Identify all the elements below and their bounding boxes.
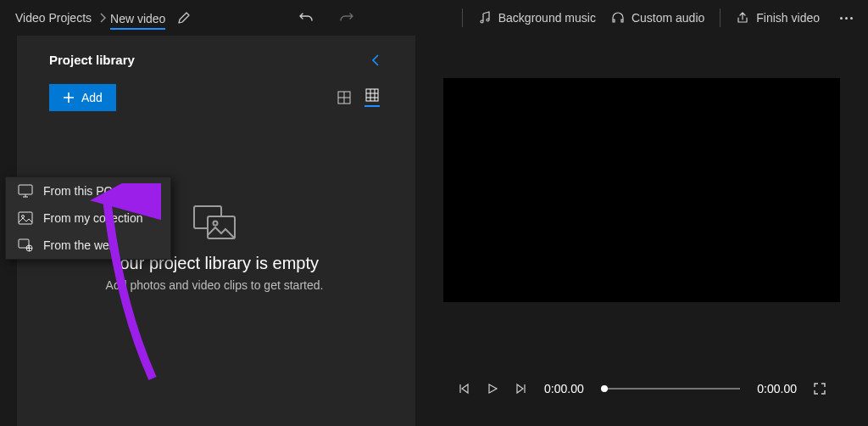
topbar: Video Projects New video Background musi… xyxy=(0,0,868,36)
custom-audio-button[interactable]: Custom audio xyxy=(611,11,704,25)
finish-video-label: Finish video xyxy=(756,11,820,25)
add-from-web-label: From the web xyxy=(43,238,116,252)
svg-rect-1 xyxy=(366,89,378,101)
project-title[interactable]: New video xyxy=(110,7,165,30)
finish-video-button[interactable]: Finish video xyxy=(736,11,820,25)
preview-canvas xyxy=(443,78,840,302)
elapsed-time: 0:00.00 xyxy=(544,382,584,395)
topbar-center xyxy=(191,10,461,25)
fullscreen-icon[interactable] xyxy=(814,383,826,395)
custom-audio-label: Custom audio xyxy=(632,11,704,25)
svg-rect-2 xyxy=(19,185,32,194)
svg-point-4 xyxy=(22,216,25,218)
grid-3x3-icon xyxy=(365,88,379,102)
project-title-label: New video xyxy=(110,12,165,25)
add-from-web[interactable]: From the web xyxy=(6,232,170,259)
add-menu: From this PC From my collection From the… xyxy=(5,177,171,260)
seek-bar[interactable] xyxy=(601,388,741,390)
play-icon[interactable] xyxy=(487,383,498,395)
headphones-icon xyxy=(611,11,625,25)
view-underline xyxy=(364,105,380,107)
add-from-collection-label: From my collection xyxy=(43,211,142,225)
next-frame-icon[interactable] xyxy=(515,383,527,395)
library-toolbar: Add xyxy=(34,84,395,111)
prev-frame-icon[interactable] xyxy=(458,383,470,395)
music-icon xyxy=(478,11,492,25)
svg-rect-3 xyxy=(19,212,32,224)
undo-icon[interactable] xyxy=(298,10,314,25)
background-music-button[interactable]: Background music xyxy=(478,11,596,25)
image-icon xyxy=(18,211,33,225)
chevron-right-icon xyxy=(100,13,107,23)
total-time: 0:00.00 xyxy=(757,382,797,395)
add-from-pc-label: From this PC xyxy=(43,184,113,198)
collapse-chevron-icon[interactable] xyxy=(371,53,380,67)
main: Project library Add xyxy=(0,36,868,426)
pc-icon xyxy=(18,184,33,198)
player-bar: 0:00.00 0:00.00 xyxy=(441,382,843,409)
divider xyxy=(462,8,463,27)
add-from-pc[interactable]: From this PC xyxy=(6,177,170,205)
background-music-label: Background music xyxy=(498,11,596,25)
grid-2x2-icon xyxy=(337,91,351,104)
web-icon xyxy=(18,238,33,252)
add-button-label: Add xyxy=(81,91,103,104)
project-library-panel: Project library Add xyxy=(17,36,415,426)
library-title: Project library xyxy=(49,53,135,67)
view-toggle xyxy=(337,88,380,107)
seek-thumb[interactable] xyxy=(601,385,608,392)
empty-subtitle: Add photos and video clips to get starte… xyxy=(34,278,395,292)
divider xyxy=(720,8,721,27)
plus-icon xyxy=(63,92,75,104)
redo-icon xyxy=(339,10,354,25)
grid-small-view[interactable] xyxy=(364,88,380,107)
export-icon xyxy=(736,11,749,25)
library-header: Project library xyxy=(34,53,395,67)
more-menu-icon[interactable] xyxy=(835,17,858,20)
add-from-collection[interactable]: From my collection xyxy=(6,205,170,232)
grid-large-view[interactable] xyxy=(337,91,351,104)
preview-panel: 0:00.00 0:00.00 xyxy=(415,36,868,426)
title-underline xyxy=(110,28,165,30)
breadcrumb-root[interactable]: Video Projects xyxy=(10,8,97,28)
rename-icon[interactable] xyxy=(177,11,191,25)
add-button[interactable]: Add xyxy=(49,84,116,111)
topbar-right: Background music Custom audio Finish vid… xyxy=(478,8,858,27)
